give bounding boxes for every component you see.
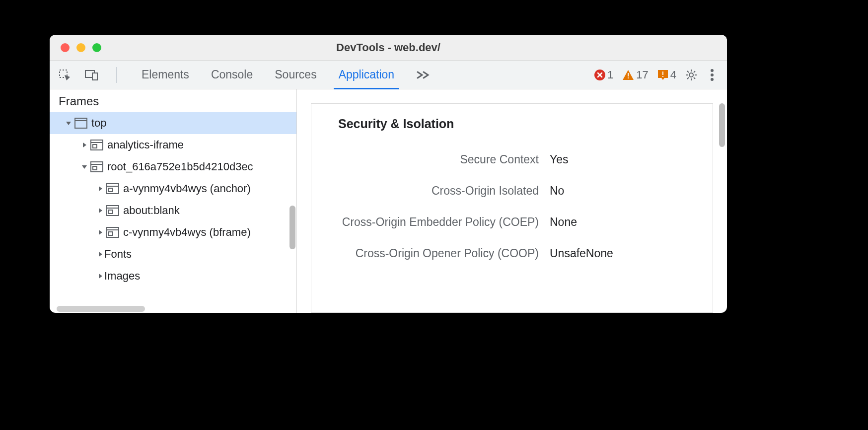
collapse-arrow-icon[interactable] — [80, 163, 88, 170]
tree-item-label: c-vynmy4vb4wys (bframe) — [123, 226, 251, 239]
toolbar-divider — [116, 67, 117, 83]
tab-sources[interactable]: Sources — [264, 61, 327, 89]
svg-rect-25 — [109, 210, 113, 214]
tree-item[interactable]: analytics-iframe — [50, 134, 296, 156]
sidebar-section-header: Frames — [50, 89, 296, 112]
titlebar: DevTools - web.dev/ — [50, 35, 727, 61]
expand-arrow-icon[interactable] — [96, 229, 104, 236]
tree-item[interactable]: a-vynmy4vb4wys (anchor) — [50, 178, 296, 200]
collapse-arrow-icon[interactable] — [65, 120, 72, 127]
tree-item-label: root_616a752e1b5d4210d3ec — [107, 160, 253, 173]
security-isolation-card: Security & Isolation Secure ContextYesCr… — [311, 103, 713, 313]
expand-arrow-icon[interactable] — [96, 251, 104, 258]
zoom-window-button[interactable] — [92, 43, 101, 52]
more-options-button[interactable] — [703, 66, 721, 84]
sidebar-horizontal-scrollbar[interactable] — [57, 306, 145, 312]
section-title: Security & Isolation — [311, 117, 713, 131]
svg-rect-19 — [93, 166, 97, 170]
tab-application[interactable]: Application — [328, 61, 406, 89]
warning-icon — [622, 70, 634, 80]
issue-icon — [657, 70, 668, 80]
tree-item[interactable]: top — [50, 112, 296, 134]
tree-item[interactable]: about:blank — [50, 200, 296, 221]
svg-rect-7 — [662, 76, 663, 77]
property-key: Cross-Origin Embedder Policy (COEP) — [311, 215, 550, 229]
warnings-indicator[interactable]: 17 — [619, 69, 651, 81]
property-key: Cross-Origin Isolated — [311, 184, 550, 198]
property-key: Cross-Origin Opener Policy (COOP) — [311, 247, 550, 260]
device-toggle-button[interactable] — [82, 66, 100, 84]
svg-rect-28 — [109, 232, 113, 235]
detail-pane: Security & Isolation Secure ContextYesCr… — [297, 89, 727, 313]
devtools-window: DevTools - web.dev/ Elements Console Sou… — [50, 35, 727, 313]
errors-indicator[interactable]: 1 — [591, 69, 616, 81]
inspect-element-button[interactable] — [56, 66, 73, 84]
expand-arrow-icon[interactable] — [80, 142, 88, 148]
tree-item-label: top — [91, 117, 107, 130]
tree-item-label: about:blank — [123, 204, 180, 217]
traffic-lights — [50, 43, 101, 52]
iframe-icon — [106, 183, 119, 194]
property-row: Secure ContextYes — [311, 144, 713, 175]
iframe-icon — [106, 227, 119, 238]
application-panel: Frames topanalytics-iframeroot_616a752e1… — [50, 89, 727, 313]
property-row: Cross-Origin IsolatedNo — [311, 175, 713, 207]
svg-rect-6 — [662, 72, 663, 75]
minimize-window-button[interactable] — [76, 43, 85, 52]
expand-arrow-icon[interactable] — [96, 185, 104, 192]
window-icon — [74, 118, 87, 129]
tree-item[interactable]: c-vynmy4vb4wys (bframe) — [50, 221, 296, 243]
more-tabs-button[interactable] — [405, 61, 441, 89]
property-value: No — [550, 184, 564, 198]
svg-rect-22 — [109, 188, 113, 192]
warnings-count: 17 — [636, 69, 648, 81]
property-value: None — [550, 215, 577, 229]
tree-item-label: analytics-iframe — [107, 139, 184, 151]
issues-indicator[interactable]: 4 — [654, 69, 679, 81]
tree-item[interactable]: root_616a752e1b5d4210d3ec — [50, 156, 296, 178]
close-window-button[interactable] — [61, 43, 70, 52]
iframe-icon — [90, 140, 103, 150]
tree-item[interactable]: Images — [50, 265, 296, 287]
sidebar: Frames topanalytics-iframeroot_616a752e1… — [50, 89, 297, 313]
property-key: Secure Context — [311, 153, 550, 166]
svg-rect-5 — [628, 77, 629, 78]
svg-point-9 — [711, 69, 714, 72]
property-row: Cross-Origin Embedder Policy (COEP)None — [311, 207, 713, 238]
tree-item-label: Fonts — [104, 248, 132, 261]
svg-point-10 — [711, 73, 714, 76]
tab-console[interactable]: Console — [200, 61, 264, 89]
issues-count: 4 — [670, 69, 676, 81]
svg-point-11 — [711, 78, 714, 81]
property-value: UnsafeNone — [550, 247, 613, 260]
svg-rect-12 — [75, 118, 87, 128]
expand-arrow-icon[interactable] — [96, 273, 104, 280]
panel-tabs: Elements Console Sources Application — [131, 61, 441, 89]
window-title: DevTools - web.dev/ — [50, 41, 727, 54]
sidebar-vertical-scrollbar[interactable] — [289, 206, 295, 249]
settings-button[interactable] — [682, 66, 700, 84]
frames-tree: topanalytics-iframeroot_616a752e1b5d4210… — [50, 112, 296, 313]
svg-rect-16 — [93, 144, 97, 148]
svg-rect-4 — [628, 73, 629, 76]
iframe-icon — [90, 161, 103, 172]
property-row: Cross-Origin Opener Policy (COOP)UnsafeN… — [311, 238, 713, 269]
tree-item-label: a-vynmy4vb4wys (anchor) — [123, 182, 251, 195]
tree-item[interactable]: Fonts — [50, 243, 296, 265]
expand-arrow-icon[interactable] — [96, 207, 104, 214]
error-icon — [594, 70, 605, 80]
property-value: Yes — [550, 153, 569, 166]
svg-rect-2 — [92, 73, 97, 80]
svg-point-8 — [689, 73, 693, 77]
iframe-icon — [106, 205, 119, 216]
tree-item-label: Images — [104, 270, 140, 283]
devtools-toolbar: Elements Console Sources Application 1 — [50, 61, 727, 89]
errors-count: 1 — [607, 69, 613, 81]
tab-elements[interactable]: Elements — [131, 61, 200, 89]
detail-vertical-scrollbar[interactable] — [719, 103, 725, 147]
